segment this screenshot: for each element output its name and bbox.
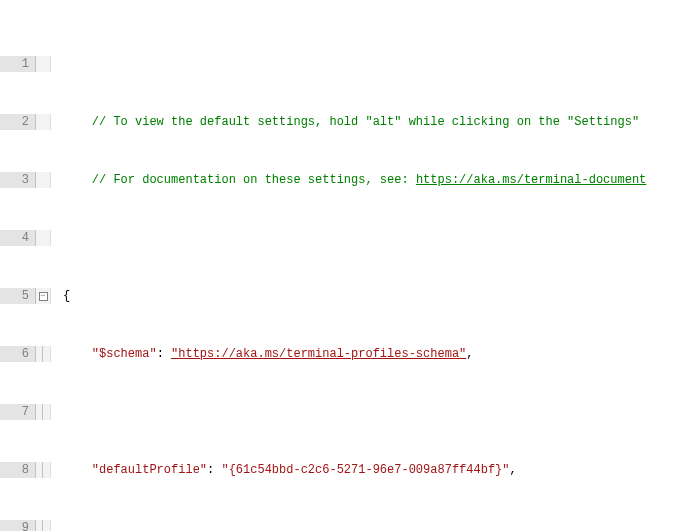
- fold-gutter: [36, 520, 51, 531]
- line-number: 7: [0, 404, 36, 420]
- line-number: 1: [0, 56, 36, 72]
- line-number: 9: [0, 520, 36, 531]
- line-number: 4: [0, 230, 36, 246]
- fold-gutter: [36, 56, 51, 72]
- code-editor[interactable]: 1 2 // To view the default settings, hol…: [0, 0, 680, 531]
- fold-gutter: [36, 346, 51, 362]
- line-number: 5: [0, 288, 36, 304]
- doc-link[interactable]: https://aka.ms/terminal-document: [416, 173, 646, 187]
- code-line[interactable]: 5 − {: [0, 288, 680, 304]
- brace: {: [63, 289, 70, 303]
- code-line[interactable]: 2 // To view the default settings, hold …: [0, 114, 680, 130]
- json-key: "defaultProfile": [92, 463, 207, 477]
- code-area[interactable]: 1 2 // To view the default settings, hol…: [0, 0, 680, 531]
- code-line[interactable]: 1: [0, 56, 680, 72]
- code-line[interactable]: 9: [0, 520, 680, 531]
- line-number: 6: [0, 346, 36, 362]
- fold-gutter: [36, 114, 51, 130]
- fold-gutter[interactable]: −: [36, 288, 51, 304]
- fold-gutter: [36, 462, 51, 478]
- line-number: 8: [0, 462, 36, 478]
- schema-link[interactable]: "https://aka.ms/terminal-profiles-schema…: [171, 347, 466, 361]
- comment: // For documentation on these settings, …: [92, 173, 416, 187]
- code-line[interactable]: 4: [0, 230, 680, 246]
- code-line[interactable]: 8 "defaultProfile": "{61c54bbd-c2c6-5271…: [0, 462, 680, 478]
- fold-gutter: [36, 172, 51, 188]
- json-key: "$schema": [92, 347, 157, 361]
- line-number: 3: [0, 172, 36, 188]
- code-line[interactable]: 7: [0, 404, 680, 420]
- fold-gutter: [36, 230, 51, 246]
- json-string: "{61c54bbd-c2c6-5271-96e7-009a87ff44bf}": [221, 463, 509, 477]
- comment: // To view the default settings, hold "a…: [92, 115, 639, 129]
- fold-gutter: [36, 404, 51, 420]
- code-line[interactable]: 3 // For documentation on these settings…: [0, 172, 680, 188]
- code-line[interactable]: 6 "$schema": "https://aka.ms/terminal-pr…: [0, 346, 680, 362]
- line-number: 2: [0, 114, 36, 130]
- fold-minus-icon[interactable]: −: [39, 292, 48, 301]
